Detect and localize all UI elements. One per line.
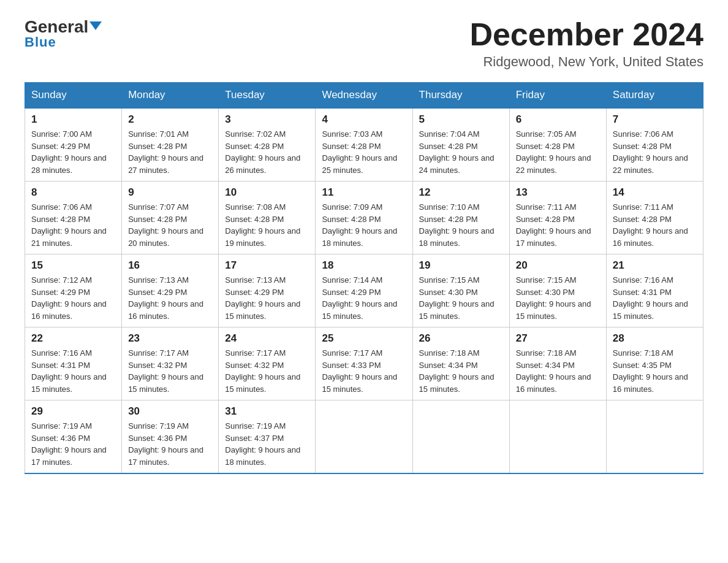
day-info: Sunrise: 7:18 AMSunset: 4:35 PMDaylight:… [613,348,688,394]
day-info: Sunrise: 7:08 AMSunset: 4:28 PMDaylight:… [225,202,300,248]
day-info: Sunrise: 7:16 AMSunset: 4:31 PMDaylight:… [613,275,688,321]
day-number: 4 [322,113,406,126]
day-info: Sunrise: 7:09 AMSunset: 4:28 PMDaylight:… [322,202,397,248]
table-row: 5 Sunrise: 7:04 AMSunset: 4:28 PMDayligh… [412,108,509,182]
day-info: Sunrise: 7:17 AMSunset: 4:32 PMDaylight:… [225,348,300,394]
day-info: Sunrise: 7:13 AMSunset: 4:29 PMDaylight:… [225,275,300,321]
table-row: 12 Sunrise: 7:10 AMSunset: 4:28 PMDaylig… [412,182,509,255]
table-row: 20 Sunrise: 7:15 AMSunset: 4:30 PMDaylig… [509,255,606,327]
day-number: 6 [516,113,600,126]
table-row: 29 Sunrise: 7:19 AMSunset: 4:36 PMDaylig… [25,400,122,474]
table-row [606,400,703,474]
table-row [316,400,412,474]
day-number: 10 [225,186,309,199]
col-thursday: Thursday [412,83,509,109]
day-info: Sunrise: 7:19 AMSunset: 4:37 PMDaylight:… [225,421,300,467]
table-row: 22 Sunrise: 7:16 AMSunset: 4:31 PMDaylig… [25,327,122,400]
logo: General Blue [25,18,102,50]
calendar-table: Sunday Monday Tuesday Wednesday Thursday… [25,82,703,474]
table-row: 9 Sunrise: 7:07 AMSunset: 4:28 PMDayligh… [122,182,219,255]
day-number: 25 [322,332,406,345]
table-row: 1 Sunrise: 7:00 AMSunset: 4:29 PMDayligh… [25,108,122,182]
day-info: Sunrise: 7:19 AMSunset: 4:36 PMDaylight:… [31,421,107,467]
day-number: 20 [516,259,600,272]
table-row: 19 Sunrise: 7:15 AMSunset: 4:30 PMDaylig… [412,255,509,327]
col-tuesday: Tuesday [219,83,316,109]
table-row: 8 Sunrise: 7:06 AMSunset: 4:28 PMDayligh… [25,182,122,255]
day-info: Sunrise: 7:06 AMSunset: 4:28 PMDaylight:… [613,129,688,175]
table-row: 31 Sunrise: 7:19 AMSunset: 4:37 PMDaylig… [219,400,316,474]
day-info: Sunrise: 7:15 AMSunset: 4:30 PMDaylight:… [516,275,591,321]
col-wednesday: Wednesday [316,83,412,109]
day-info: Sunrise: 7:03 AMSunset: 4:28 PMDaylight:… [322,129,397,175]
day-info: Sunrise: 7:13 AMSunset: 4:29 PMDaylight:… [128,275,203,321]
day-number: 18 [322,259,406,272]
day-number: 21 [613,259,697,272]
page-header: General Blue December 2024 Ridgewood, Ne… [25,18,703,70]
day-number: 1 [31,113,115,126]
calendar-week-row: 22 Sunrise: 7:16 AMSunset: 4:31 PMDaylig… [25,327,703,400]
day-info: Sunrise: 7:11 AMSunset: 4:28 PMDaylight:… [613,202,688,248]
day-info: Sunrise: 7:02 AMSunset: 4:28 PMDaylight:… [225,129,300,175]
calendar-week-row: 29 Sunrise: 7:19 AMSunset: 4:36 PMDaylig… [25,400,703,474]
table-row: 10 Sunrise: 7:08 AMSunset: 4:28 PMDaylig… [219,182,316,255]
table-row: 18 Sunrise: 7:14 AMSunset: 4:29 PMDaylig… [316,255,412,327]
day-number: 30 [128,405,212,418]
table-row: 27 Sunrise: 7:18 AMSunset: 4:34 PMDaylig… [509,327,606,400]
logo-general: General [25,18,102,36]
calendar-header-row: Sunday Monday Tuesday Wednesday Thursday… [25,83,703,109]
table-row: 15 Sunrise: 7:12 AMSunset: 4:29 PMDaylig… [25,255,122,327]
day-info: Sunrise: 7:19 AMSunset: 4:36 PMDaylight:… [128,421,203,467]
day-info: Sunrise: 7:00 AMSunset: 4:29 PMDaylight:… [31,129,107,175]
day-info: Sunrise: 7:18 AMSunset: 4:34 PMDaylight:… [516,348,591,394]
day-info: Sunrise: 7:12 AMSunset: 4:29 PMDaylight:… [31,275,107,321]
day-info: Sunrise: 7:15 AMSunset: 4:30 PMDaylight:… [419,275,495,321]
day-number: 3 [225,113,309,126]
table-row [412,400,509,474]
day-number: 24 [225,332,309,345]
day-number: 12 [419,186,503,199]
table-row: 2 Sunrise: 7:01 AMSunset: 4:28 PMDayligh… [122,108,219,182]
table-row: 6 Sunrise: 7:05 AMSunset: 4:28 PMDayligh… [509,108,606,182]
col-sunday: Sunday [25,83,122,109]
day-number: 29 [31,405,115,418]
day-info: Sunrise: 7:14 AMSunset: 4:29 PMDaylight:… [322,275,397,321]
day-number: 16 [128,259,212,272]
day-number: 27 [516,332,600,345]
calendar-week-row: 8 Sunrise: 7:06 AMSunset: 4:28 PMDayligh… [25,182,703,255]
col-friday: Friday [509,83,606,109]
day-number: 11 [322,186,406,199]
table-row: 11 Sunrise: 7:09 AMSunset: 4:28 PMDaylig… [316,182,412,255]
table-row: 16 Sunrise: 7:13 AMSunset: 4:29 PMDaylig… [122,255,219,327]
day-number: 13 [516,186,600,199]
table-row: 26 Sunrise: 7:18 AMSunset: 4:34 PMDaylig… [412,327,509,400]
table-row: 30 Sunrise: 7:19 AMSunset: 4:36 PMDaylig… [122,400,219,474]
day-number: 19 [419,259,503,272]
day-number: 5 [419,113,503,126]
logo-blue: Blue [25,34,56,50]
table-row: 24 Sunrise: 7:17 AMSunset: 4:32 PMDaylig… [219,327,316,400]
col-monday: Monday [122,83,219,109]
month-title: December 2024 [469,18,703,50]
day-number: 2 [128,113,212,126]
day-number: 22 [31,332,115,345]
location: Ridgewood, New York, United States [469,54,703,70]
day-info: Sunrise: 7:04 AMSunset: 4:28 PMDaylight:… [419,129,495,175]
col-saturday: Saturday [606,83,703,109]
table-row: 7 Sunrise: 7:06 AMSunset: 4:28 PMDayligh… [606,108,703,182]
table-row: 23 Sunrise: 7:17 AMSunset: 4:32 PMDaylig… [122,327,219,400]
calendar-week-row: 15 Sunrise: 7:12 AMSunset: 4:29 PMDaylig… [25,255,703,327]
day-number: 9 [128,186,212,199]
day-info: Sunrise: 7:11 AMSunset: 4:28 PMDaylight:… [516,202,591,248]
table-row: 13 Sunrise: 7:11 AMSunset: 4:28 PMDaylig… [509,182,606,255]
day-info: Sunrise: 7:05 AMSunset: 4:28 PMDaylight:… [516,129,591,175]
day-info: Sunrise: 7:18 AMSunset: 4:34 PMDaylight:… [419,348,495,394]
table-row: 21 Sunrise: 7:16 AMSunset: 4:31 PMDaylig… [606,255,703,327]
day-number: 7 [613,113,697,126]
day-info: Sunrise: 7:10 AMSunset: 4:28 PMDaylight:… [419,202,495,248]
day-number: 15 [31,259,115,272]
day-number: 26 [419,332,503,345]
day-number: 28 [613,332,697,345]
day-info: Sunrise: 7:17 AMSunset: 4:32 PMDaylight:… [128,348,203,394]
day-number: 8 [31,186,115,199]
